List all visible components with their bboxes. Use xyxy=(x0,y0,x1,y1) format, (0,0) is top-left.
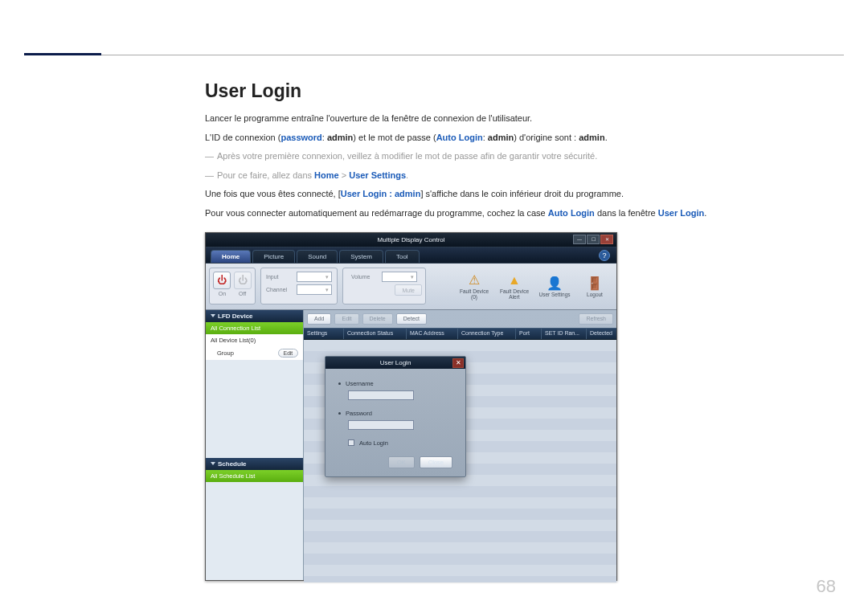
tab-system[interactable]: System xyxy=(339,250,383,263)
refresh-button[interactable]: Refresh xyxy=(579,313,613,325)
col-connection-status[interactable]: Connection Status xyxy=(344,329,407,339)
sidebar: LFD Device All Connection List All Devic… xyxy=(206,310,304,580)
user-settings-button[interactable]: 👤 User Settings xyxy=(536,268,573,304)
bullet-icon xyxy=(338,412,341,415)
autologin-checkbox[interactable] xyxy=(348,439,354,446)
fault-alert-button[interactable]: ▲ Fault Device Alert xyxy=(496,268,533,304)
home-link: Home xyxy=(314,170,339,180)
alert-triangle-icon: ▲ xyxy=(508,273,521,288)
main-tabs: Home Picture Sound System Tool ? xyxy=(206,247,616,264)
edit-button[interactable]: Edit xyxy=(334,313,358,325)
off-label: Off xyxy=(239,291,246,296)
window-controls: — ☐ ✕ xyxy=(573,235,613,244)
volume-select[interactable]: ▾ xyxy=(382,272,417,282)
channel-select[interactable]: ▾ xyxy=(297,284,332,295)
column-headers: Settings Connection Status MAC Address C… xyxy=(304,328,616,340)
page-number: 68 xyxy=(817,576,836,597)
mute-button[interactable]: Mute xyxy=(395,284,422,296)
sidebar-schedule-area xyxy=(206,482,303,580)
volume-segment: Volume▾ Mute xyxy=(342,268,426,304)
minimize-button[interactable]: — xyxy=(573,235,586,244)
password-keyword: password xyxy=(280,133,321,142)
dialog-title: User Login ✕ xyxy=(326,357,465,369)
fault-device-button[interactable]: ⚠ Fault Device (0) xyxy=(456,268,493,304)
credentials-paragraph: L'ID de connexion (password: admin) et l… xyxy=(205,131,840,145)
toolbar: ⏻ ⏻ On Off Input▾ Channel▾ Volume▾ Mute … xyxy=(206,264,616,310)
volume-label: Volume xyxy=(351,274,379,280)
tab-tool[interactable]: Tool xyxy=(385,250,420,263)
group-label: Group xyxy=(217,349,234,357)
window-title: Multiple Display Control xyxy=(377,236,444,243)
username-label: Username xyxy=(346,380,374,387)
username-input[interactable] xyxy=(348,390,414,400)
col-settings[interactable]: Settings xyxy=(304,329,344,339)
channel-label: Channel xyxy=(266,287,293,292)
connected-paragraph: Une fois que vous êtes connecté, [User L… xyxy=(205,187,840,202)
add-button[interactable]: Add xyxy=(307,313,331,325)
header-rule xyxy=(24,55,844,55)
detect-button[interactable]: Detect xyxy=(396,313,427,325)
autologin-paragraph: Pour vous connecter automatiquement au r… xyxy=(205,206,840,221)
col-port[interactable]: Port xyxy=(516,329,542,339)
help-button[interactable]: ? xyxy=(599,250,610,261)
titlebar: Multiple Display Control — ☐ ✕ xyxy=(206,233,616,247)
col-detected[interactable]: Detected xyxy=(587,329,616,339)
ok-button[interactable]: OK xyxy=(388,456,415,468)
header-accent-bar xyxy=(24,53,101,55)
sidebar-all-schedule[interactable]: All Schedule List xyxy=(206,470,303,482)
power-on-button[interactable]: ⏻ xyxy=(213,272,231,289)
input-select[interactable]: ▾ xyxy=(297,272,332,282)
page-content: User Login Lancer le programme entraîne … xyxy=(205,80,840,581)
user-login-dialog: User Login ✕ Username xyxy=(325,356,466,477)
power-off-button[interactable]: ⏻ xyxy=(234,272,252,289)
autologin-keyword: Auto Login xyxy=(436,133,483,142)
app-window: Multiple Display Control — ☐ ✕ Home Pict… xyxy=(205,232,617,581)
col-conn-type[interactable]: Connection Type xyxy=(458,329,516,339)
sidebar-all-connection[interactable]: All Connection List xyxy=(206,322,303,334)
door-icon: 🚪 xyxy=(587,276,603,291)
sidebar-schedule-header[interactable]: Schedule xyxy=(206,458,303,470)
password-label: Password xyxy=(346,410,372,417)
toolbar-big-icons: ⚠ Fault Device (0) ▲ Fault Device Alert … xyxy=(456,268,613,304)
maximize-button[interactable]: ☐ xyxy=(587,235,600,244)
action-row: Add Edit Delete Detect Refresh xyxy=(304,310,616,328)
monitor-warning-icon: ⚠ xyxy=(469,272,480,288)
input-label: Input xyxy=(266,274,293,280)
on-label: On xyxy=(219,291,226,296)
intro-paragraph: Lancer le programme entraîne l'ouverture… xyxy=(205,112,840,126)
chevron-down-icon xyxy=(211,314,215,317)
col-mac[interactable]: MAC Address xyxy=(407,329,458,339)
tab-picture[interactable]: Picture xyxy=(252,250,295,263)
sidebar-group-row: Group Edit xyxy=(206,346,303,360)
sidebar-all-device[interactable]: All Device List(0) xyxy=(206,334,303,346)
power-off-icon: ⏻ xyxy=(238,275,248,286)
chevron-down-icon xyxy=(211,462,215,465)
sidebar-device-area xyxy=(206,360,303,458)
input-segment: Input▾ Channel▾ xyxy=(260,268,338,304)
autologin-label: Auto Login xyxy=(359,439,388,447)
dialog-body: Username Password xyxy=(326,369,465,476)
password-input[interactable] xyxy=(348,420,414,430)
power-icon: ⏻ xyxy=(217,275,227,286)
tab-home[interactable]: Home xyxy=(211,250,251,263)
dialog-close-btn[interactable]: Close xyxy=(420,456,452,468)
main-panel: Add Edit Delete Detect Refresh Settings … xyxy=(304,310,616,580)
main-area: LFD Device All Connection List All Devic… xyxy=(206,310,616,580)
dialog-close-button[interactable]: ✕ xyxy=(452,358,464,368)
sidebar-lfd-header[interactable]: LFD Device xyxy=(206,310,303,322)
delete-button[interactable]: Delete xyxy=(362,313,393,325)
logout-button[interactable]: 🚪 Logout xyxy=(576,268,613,304)
power-segment: ⏻ ⏻ On Off xyxy=(209,268,256,304)
group-edit-button[interactable]: Edit xyxy=(278,349,298,358)
page-title: User Login xyxy=(205,80,840,102)
navigation-note: ―Pour ce faire, allez dans Home > User S… xyxy=(205,169,840,183)
user-settings-link: User Settings xyxy=(349,170,406,180)
bullet-icon xyxy=(338,382,341,385)
close-button[interactable]: ✕ xyxy=(600,235,613,244)
data-grid: User Login ✕ Username xyxy=(304,340,616,582)
security-note: ―Après votre première connexion, veillez… xyxy=(205,149,840,164)
user-icon: 👤 xyxy=(547,276,563,291)
tab-sound[interactable]: Sound xyxy=(297,250,338,263)
col-setid[interactable]: SET ID Ran... xyxy=(542,329,587,339)
